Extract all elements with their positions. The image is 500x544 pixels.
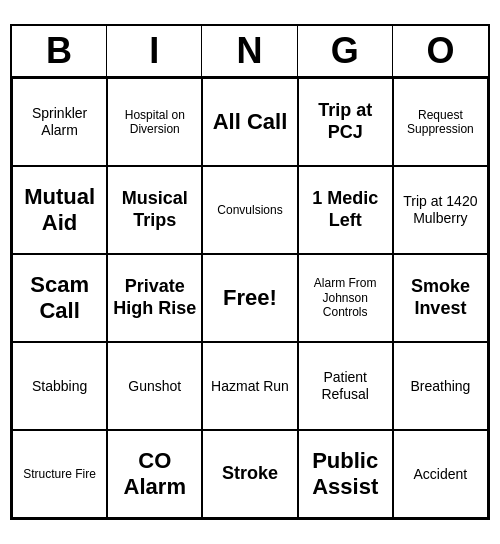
bingo-cell-24: Accident xyxy=(393,430,488,518)
bingo-cell-15: Stabbing xyxy=(12,342,107,430)
bingo-cell-2: All Call xyxy=(202,78,297,166)
bingo-cell-4: Request Suppression xyxy=(393,78,488,166)
bingo-cell-12: Free! xyxy=(202,254,297,342)
bingo-cell-17: Hazmat Run xyxy=(202,342,297,430)
bingo-cell-20: Structure Fire xyxy=(12,430,107,518)
bingo-letter-i: I xyxy=(107,26,202,76)
bingo-cell-9: Trip at 1420 Mulberry xyxy=(393,166,488,254)
bingo-card: BINGO Sprinkler AlarmHospital on Diversi… xyxy=(10,24,490,520)
bingo-cell-19: Breathing xyxy=(393,342,488,430)
bingo-cell-16: Gunshot xyxy=(107,342,202,430)
bingo-grid: Sprinkler AlarmHospital on DiversionAll … xyxy=(12,78,488,518)
bingo-cell-5: Mutual Aid xyxy=(12,166,107,254)
bingo-letter-g: G xyxy=(298,26,393,76)
bingo-cell-10: Scam Call xyxy=(12,254,107,342)
bingo-cell-8: 1 Medic Left xyxy=(298,166,393,254)
bingo-header: BINGO xyxy=(12,26,488,78)
bingo-cell-7: Convulsions xyxy=(202,166,297,254)
bingo-cell-3: Trip at PCJ xyxy=(298,78,393,166)
bingo-letter-o: O xyxy=(393,26,488,76)
bingo-cell-6: Musical Trips xyxy=(107,166,202,254)
bingo-cell-13: Alarm From Johnson Controls xyxy=(298,254,393,342)
bingo-cell-21: CO Alarm xyxy=(107,430,202,518)
bingo-cell-22: Stroke xyxy=(202,430,297,518)
bingo-cell-23: Public Assist xyxy=(298,430,393,518)
bingo-letter-b: B xyxy=(12,26,107,76)
bingo-cell-0: Sprinkler Alarm xyxy=(12,78,107,166)
bingo-cell-14: Smoke Invest xyxy=(393,254,488,342)
bingo-letter-n: N xyxy=(202,26,297,76)
bingo-cell-11: Private High Rise xyxy=(107,254,202,342)
bingo-cell-1: Hospital on Diversion xyxy=(107,78,202,166)
bingo-cell-18: Patient Refusal xyxy=(298,342,393,430)
